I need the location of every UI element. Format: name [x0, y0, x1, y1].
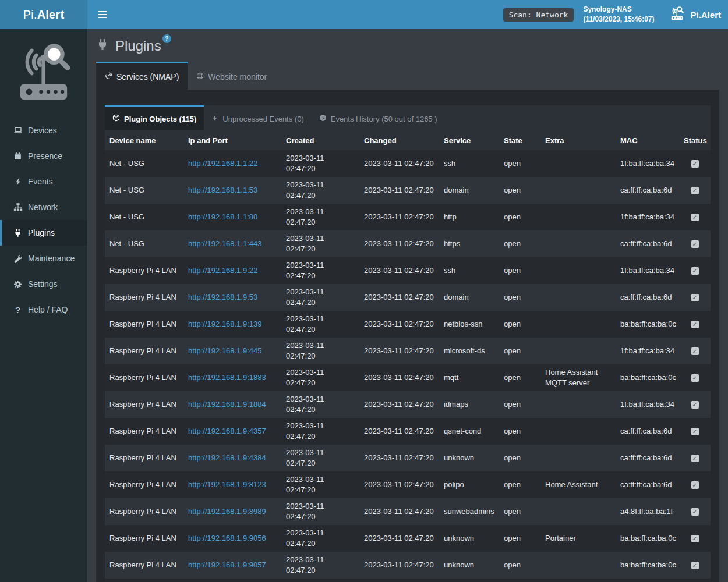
status-checkbox[interactable]: [691, 240, 699, 248]
status-checkbox[interactable]: [691, 374, 699, 382]
ip-port-link[interactable]: http://192.168.1.9:53: [188, 293, 257, 301]
sidebar-item-settings[interactable]: Settings: [0, 271, 87, 297]
cell-mac: ba:ba:ff:ca:ba:0c: [616, 525, 679, 552]
sidebar-item-label: Settings: [28, 279, 58, 289]
status-checkbox[interactable]: [691, 214, 699, 221]
cell-extra: [540, 418, 616, 445]
ip-port-link[interactable]: http://192.168.1.1:80: [188, 212, 257, 221]
cell-created: 2023-03-11 02:47:20: [281, 498, 359, 525]
col-changed[interactable]: Changed: [359, 130, 439, 150]
sidebar-item-presence[interactable]: Presence: [0, 143, 87, 169]
ip-port-link[interactable]: http://192.168.1.9:8123: [188, 480, 266, 489]
cell-ip-port: http://192.168.1.9:8123: [183, 471, 281, 498]
status-checkbox[interactable]: [691, 508, 699, 516]
col-service[interactable]: Service: [439, 130, 499, 150]
col-state[interactable]: State: [499, 130, 540, 150]
sidebar-item-events[interactable]: Events: [0, 169, 87, 194]
subtab-events-history[interactable]: Events History (50 out of 1265 ): [312, 105, 445, 130]
cell-created: 2023-03-11 02:47:20: [281, 418, 359, 445]
bolt-icon: [13, 178, 23, 186]
cell-changed: 2023-03-11 02:47:20: [359, 391, 439, 418]
cell-created: 2023-03-11 02:47:20: [281, 257, 359, 284]
tab-services-nmap[interactable]: Services (NMAP): [96, 62, 188, 90]
status-checkbox[interactable]: [691, 267, 699, 275]
bolt-icon: [211, 115, 218, 123]
cell-changed: 2023-03-11 02:47:20: [359, 338, 439, 364]
cell-status: [679, 150, 711, 177]
subtab-unprocessed-events[interactable]: Unprocessed Events (0): [204, 105, 311, 130]
status-checkbox[interactable]: [691, 321, 699, 328]
ip-port-link[interactable]: http://192.168.1.9:4357: [188, 427, 266, 435]
table-row: Raspberry Pi 4 LANhttp://192.168.1.9:898…: [105, 498, 711, 525]
calendar-icon: [13, 152, 23, 161]
status-checkbox[interactable]: [691, 535, 699, 542]
ip-port-link[interactable]: http://192.168.1.9:22: [188, 266, 257, 275]
cell-mac: 1f:ca:ff:ca:ba:5b: [616, 579, 679, 582]
hamburger-menu-icon[interactable]: [96, 8, 109, 22]
ip-port-link[interactable]: http://192.168.1.9:9056: [188, 534, 266, 542]
tab-website-monitor[interactable]: Website monitor: [188, 62, 275, 90]
status-checkbox[interactable]: [691, 455, 699, 462]
col-status[interactable]: Status: [679, 130, 711, 150]
cell-created: 2023-03-11 02:47:20: [281, 230, 359, 257]
status-checkbox[interactable]: [691, 347, 699, 355]
ip-port-link[interactable]: http://192.168.1.1:53: [188, 186, 257, 194]
cell-extra: [540, 498, 616, 525]
cell-status: [679, 338, 711, 364]
host-time: (11/03/2023, 15:46:07): [583, 15, 654, 24]
gear-icon: [13, 280, 23, 289]
sidebar-item-plugins[interactable]: Plugins: [0, 220, 87, 246]
help-badge[interactable]: ?: [162, 34, 171, 43]
brand-logo[interactable]: Pi.Alert: [0, 0, 87, 29]
status-checkbox[interactable]: [691, 562, 699, 569]
status-checkbox[interactable]: [691, 481, 699, 489]
cell-state: open: [499, 498, 540, 525]
cell-mac: 1f:ba:ff:ca:ba:34: [616, 204, 679, 230]
ip-port-link[interactable]: http://192.168.1.9:1883: [188, 373, 266, 382]
cell-mac: ca:ff:ff:ca:ba:6d: [616, 418, 679, 445]
ip-port-link[interactable]: http://192.168.1.9:139: [188, 320, 262, 328]
status-checkbox[interactable]: [691, 187, 699, 194]
col-ip-port[interactable]: Ip and Port: [183, 130, 281, 150]
cell-service: polipo: [439, 471, 499, 498]
wrench-icon: [13, 254, 23, 263]
ip-port-link[interactable]: http://192.168.1.9:1884: [188, 400, 266, 409]
table-row: Net - USGhttp://192.168.1.1:4432023-03-1…: [105, 230, 711, 257]
cell-service: unknown: [439, 525, 499, 552]
cell-service: idmaps: [439, 391, 499, 418]
app-logo-label: Pi.Alert: [690, 10, 721, 20]
subtab-plugin-objects[interactable]: Plugin Objects (115): [105, 105, 204, 130]
sidebar-item-devices[interactable]: Devices: [0, 118, 87, 143]
satellite-dish-icon: [105, 72, 112, 81]
cell-ip-port: http://192.168.1.9:445: [183, 338, 281, 364]
status-checkbox[interactable]: [691, 294, 699, 301]
ip-port-link[interactable]: http://192.168.1.1:443: [188, 239, 262, 248]
cell-created: 2023-03-11 02:47:20: [281, 552, 359, 579]
host-info: Synology-NAS (11/03/2023, 15:46:07): [583, 5, 654, 24]
status-checkbox[interactable]: [691, 401, 699, 409]
cell-status: [679, 230, 711, 257]
cell-status: [679, 552, 711, 579]
sidebar-item-maintenance[interactable]: Maintenance: [0, 246, 87, 271]
sidebar-item-label: Events: [28, 177, 53, 186]
sidebar-item-network[interactable]: Network: [0, 194, 87, 220]
table-row: Raspberry Pi 4 LANhttp://192.168.1.9:812…: [105, 471, 711, 498]
cell-extra: Home Assistant: [540, 471, 616, 498]
col-device-name[interactable]: Device name: [105, 130, 183, 150]
sidebar-item-help[interactable]: ? Help / FAQ: [0, 297, 87, 322]
ip-port-link[interactable]: http://192.168.1.9:8989: [188, 507, 266, 516]
ip-port-link[interactable]: http://192.168.1.9:9057: [188, 560, 266, 569]
app-logo[interactable]: Pi.Alert: [669, 6, 721, 23]
col-mac[interactable]: MAC: [616, 130, 679, 150]
col-extra[interactable]: Extra: [540, 130, 616, 150]
status-checkbox[interactable]: [691, 428, 699, 435]
ip-port-link[interactable]: http://192.168.1.9:4384: [188, 453, 266, 462]
ip-port-link[interactable]: http://192.168.1.1:22: [188, 159, 257, 168]
ip-port-link[interactable]: http://192.168.1.9:445: [188, 346, 262, 355]
cell-mac: 1f:ba:ff:ca:ba:34: [616, 150, 679, 177]
col-created[interactable]: Created: [281, 130, 359, 150]
cell-device: Raspberry Pi 4 LAN: [105, 338, 183, 364]
cell-extra: [540, 150, 616, 177]
status-checkbox[interactable]: [691, 160, 699, 168]
cell-device: Raspberry Pi 4 LAN: [105, 284, 183, 311]
